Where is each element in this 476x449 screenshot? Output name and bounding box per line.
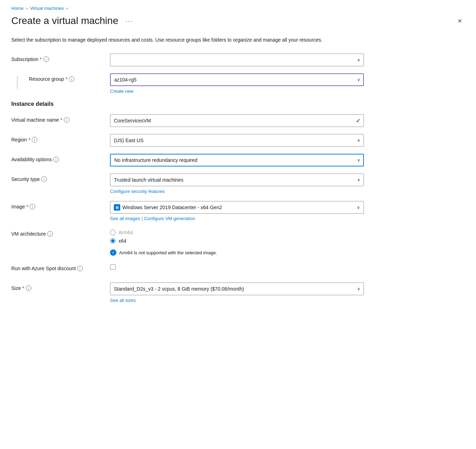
region-info-icon[interactable]: i — [32, 137, 37, 142]
x64-label: x64 — [118, 238, 127, 244]
architecture-info-banner: i Arm64 is not supported with the select… — [110, 249, 364, 256]
security-type-dropdown[interactable]: Trusted launch virtual machines — [110, 174, 364, 186]
info-circle-icon: i — [110, 249, 116, 256]
subscription-row: Subscription * i ∨ — [11, 54, 465, 66]
page-header: Create a virtual machine ··· × — [11, 15, 465, 26]
arm64-option[interactable]: Arm64 — [110, 230, 364, 235]
resource-group-control: az104-rg5 ∨ Create new — [110, 73, 364, 94]
region-dropdown[interactable]: (US) East US — [110, 134, 364, 147]
see-all-images-link[interactable]: See all images — [110, 216, 140, 221]
image-value: Windows Server 2019 Datacenter - x64 Gen… — [122, 205, 222, 210]
azure-spot-label-col: Run with Azure Spot discount i — [11, 263, 110, 271]
size-label: Size * i — [11, 285, 31, 291]
size-dropdown[interactable]: Standard_D2s_v3 - 2 vcpus, 8 GiB memory … — [110, 283, 364, 295]
image-info-icon[interactable]: i — [30, 204, 35, 210]
subscription-label: Subscription * i — [11, 56, 49, 62]
resource-group-label: Resource group * i — [18, 76, 74, 82]
resource-group-info-icon[interactable]: i — [69, 76, 74, 82]
arm64-label: Arm64 — [118, 230, 133, 235]
vm-architecture-row: VM architecture i Arm64 x64 i — [11, 228, 465, 256]
vm-name-control: ✓ — [110, 114, 364, 127]
availability-dropdown-wrapper: No infrastructure redundancy required ∨ — [110, 154, 364, 166]
size-label-col: Size * i — [11, 283, 110, 291]
size-required: * — [22, 285, 24, 291]
availability-label: Availability options i — [11, 157, 59, 162]
security-type-label: Security type i — [11, 176, 47, 182]
subscription-control: ∨ — [110, 54, 364, 66]
image-label: Image * i — [11, 204, 35, 210]
see-all-sizes-link[interactable]: See all sizes — [110, 298, 136, 303]
region-label: Region * i — [11, 137, 37, 142]
resource-group-dropdown[interactable]: az104-rg5 — [110, 73, 364, 86]
vm-name-input[interactable] — [110, 114, 364, 127]
page-title: Create a virtual machine — [11, 15, 118, 26]
vm-architecture-control: Arm64 x64 i Arm64 is not supported with … — [110, 228, 364, 256]
azure-spot-label: Run with Azure Spot discount i — [11, 266, 83, 271]
x64-radio[interactable] — [110, 238, 116, 244]
resource-group-dropdown-wrapper: az104-rg5 ∨ — [110, 73, 364, 86]
vm-name-row: Virtual machine name * i ✓ — [11, 114, 465, 127]
windows-icon: ⊞ — [114, 204, 120, 211]
azure-spot-checkbox[interactable] — [110, 264, 116, 270]
size-control: Standard_D2s_v3 - 2 vcpus, 8 GiB memory … — [110, 283, 364, 303]
region-label-col: Region * i — [11, 134, 110, 142]
size-row: Size * i Standard_D2s_v3 - 2 vcpus, 8 Gi… — [11, 283, 465, 303]
breadcrumb-home[interactable]: Home — [11, 6, 24, 11]
availability-info-icon[interactable]: i — [53, 157, 59, 162]
vm-architecture-label: VM architecture i — [11, 231, 53, 237]
security-type-info-icon[interactable]: i — [41, 176, 47, 182]
page-title-area: Create a virtual machine ··· — [11, 15, 136, 26]
breadcrumb-vms[interactable]: Virtual machines — [30, 6, 64, 11]
arm64-radio[interactable] — [110, 230, 116, 235]
breadcrumb: Home > Virtual machines > — [11, 6, 465, 11]
vm-name-label: Virtual machine name * i — [11, 117, 69, 123]
instance-details-section: Instance details — [11, 101, 465, 107]
image-dropdown[interactable]: ⊞ Windows Server 2019 Datacenter - x64 G… — [110, 201, 364, 214]
vm-architecture-info-icon[interactable]: i — [47, 231, 53, 237]
vm-name-info-icon[interactable]: i — [64, 117, 69, 123]
image-required: * — [26, 204, 28, 210]
subscription-required: * — [40, 56, 42, 62]
image-dropdown-wrapper: ⊞ Windows Server 2019 Datacenter - x64 G… — [110, 201, 364, 214]
vm-name-required: * — [60, 117, 62, 123]
security-type-control: Trusted launch virtual machines ∨ Config… — [110, 174, 364, 194]
subscription-info-icon[interactable]: i — [43, 56, 49, 62]
availability-dropdown[interactable]: No infrastructure redundancy required — [110, 154, 364, 166]
close-button[interactable]: × — [455, 16, 465, 26]
vm-architecture-label-col: VM architecture i — [11, 228, 110, 237]
region-row: Region * i (US) East US ∨ — [11, 134, 465, 147]
configure-security-link[interactable]: Configure security features — [110, 189, 165, 194]
azure-spot-info-icon[interactable]: i — [77, 266, 83, 271]
region-required: * — [28, 137, 30, 142]
vm-name-label-col: Virtual machine name * i — [11, 114, 110, 123]
page-description: Select the subscription to manage deploy… — [11, 36, 329, 44]
region-control: (US) East US ∨ — [110, 134, 364, 147]
subscription-dropdown-wrapper: ∨ — [110, 54, 364, 66]
image-row: Image * i ⊞ Windows Server 2019 Datacent… — [11, 201, 465, 221]
image-chevron-icon: ∨ — [357, 205, 360, 210]
azure-spot-row: Run with Azure Spot discount i — [11, 263, 465, 275]
more-options-button[interactable]: ··· — [122, 16, 136, 26]
breadcrumb-separator-2: > — [66, 6, 68, 11]
subscription-dropdown[interactable] — [110, 54, 364, 66]
breadcrumb-separator-1: > — [26, 6, 28, 11]
availability-label-col: Availability options i — [11, 154, 110, 162]
security-type-label-col: Security type i — [11, 174, 110, 182]
availability-control: No infrastructure redundancy required ∨ — [110, 154, 364, 166]
security-type-row: Security type i Trusted launch virtual m… — [11, 174, 465, 194]
availability-options-row: Availability options i No infrastructure… — [11, 154, 465, 166]
region-dropdown-wrapper: (US) East US ∨ — [110, 134, 364, 147]
vm-architecture-radio-group: Arm64 x64 — [110, 228, 364, 244]
create-new-link[interactable]: Create new — [110, 89, 133, 94]
image-label-col: Image * i — [11, 201, 110, 210]
size-info-icon[interactable]: i — [26, 285, 31, 291]
x64-option[interactable]: x64 — [110, 238, 364, 244]
size-dropdown-wrapper: Standard_D2s_v3 - 2 vcpus, 8 GiB memory … — [110, 283, 364, 295]
resource-group-row: Resource group * i az104-rg5 ∨ Create ne… — [11, 73, 465, 94]
azure-spot-control — [110, 263, 364, 270]
security-type-dropdown-wrapper: Trusted launch virtual machines ∨ — [110, 174, 364, 186]
subscription-label-col: Subscription * i — [11, 54, 110, 62]
azure-spot-checkbox-wrapper — [110, 263, 364, 270]
image-control: ⊞ Windows Server 2019 Datacenter - x64 G… — [110, 201, 364, 221]
configure-vm-generation-link[interactable]: Configure VM generation — [144, 216, 195, 221]
